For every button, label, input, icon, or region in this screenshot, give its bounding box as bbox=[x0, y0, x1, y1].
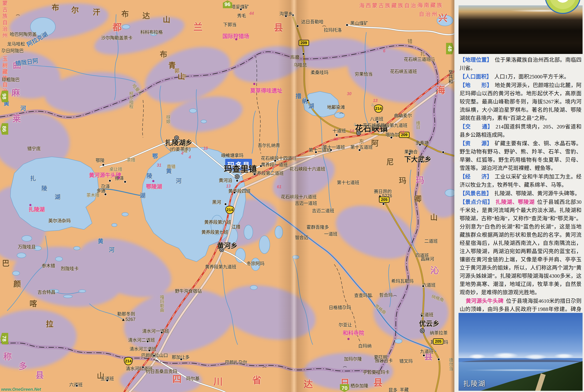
map-symbol-dot bbox=[153, 354, 156, 357]
map-label: 尔 bbox=[182, 72, 187, 80]
map-symbol-ring bbox=[356, 131, 361, 135]
map-symbol-dot bbox=[442, 151, 445, 154]
map-label: 地那染滩 bbox=[327, 104, 345, 110]
map-label: 希玛瓦勒玛 bbox=[391, 278, 413, 284]
page-ref-tab: 78 bbox=[0, 333, 8, 344]
map-label: 九道班 bbox=[420, 348, 433, 354]
info-entry: 【景点介绍】扎陵湖、鄂陵湖位于县城西北部30千米处，是黄河流域两个最大的淡水湖。… bbox=[460, 198, 581, 296]
map-label: 曲纳麦尔 bbox=[394, 112, 412, 118]
map-label: 205 bbox=[433, 338, 443, 344]
map-symbol-ring bbox=[219, 247, 224, 252]
map-label: 205 bbox=[379, 197, 390, 203]
map-label: 鄂 bbox=[152, 152, 158, 160]
map-label: 秀毛 bbox=[237, 12, 246, 18]
map-label: 花石峡段十八道班 bbox=[281, 193, 317, 200]
map-area: 都兰县兴海四川省达日县海西蒙古族藏族自治州海南藏族自治州蒙古族自治州玉树藏族自治… bbox=[0, 0, 457, 392]
map-label: 4 bbox=[189, 155, 191, 160]
map-symbol-dot bbox=[302, 53, 305, 55]
map-label: 61 bbox=[277, 184, 281, 189]
map-label: 烈陇哇卡 bbox=[61, 265, 79, 272]
page-edge-shadow bbox=[450, 0, 457, 392]
map-label: 黑河 bbox=[212, 198, 221, 205]
sidebar: 【地理位置】位于果洛藏族自治州西北部。南临四川省。【人口面积】人口1万，面积25… bbox=[457, 0, 584, 392]
info-entry: 【人口面积】人口1万，面积25000平方千米。 bbox=[460, 72, 581, 81]
map-label: www.OneGreen.Net bbox=[1, 387, 41, 392]
info-entry: 【风景名胜】扎陵湖、鄂陵湖、黄河源牛头碑等。 bbox=[460, 189, 581, 198]
map-label: 加玛尔隆 bbox=[344, 356, 362, 362]
map-label: 库磨 bbox=[290, 54, 299, 60]
map-symbol-dot bbox=[422, 285, 425, 288]
map-label: 拉 bbox=[46, 318, 54, 329]
map-symbol-dot bbox=[335, 134, 338, 136]
map-label: 达 bbox=[142, 10, 150, 20]
map-label: 莫草得哇遗址 bbox=[250, 86, 282, 94]
map-symbol-dot bbox=[102, 164, 105, 166]
map-label: 维日 bbox=[415, 121, 421, 129]
map-label: 一道班 bbox=[324, 230, 337, 237]
map-symbol-pdot bbox=[118, 177, 120, 179]
map-label: 哲合玛 bbox=[379, 292, 393, 298]
map-symbol-pdot bbox=[235, 38, 237, 40]
atlas-page: 都兰县兴海四川省达日县海西蒙古族藏族自治州海南藏族自治州蒙古族自治州玉树藏族自治… bbox=[0, 0, 584, 392]
map-label: 山 bbox=[430, 211, 438, 222]
map-label: 白玛纳 bbox=[358, 342, 371, 349]
map-symbol-pass: ⌒ bbox=[16, 13, 20, 19]
map-label: 栖杂加隆 bbox=[350, 382, 368, 388]
map-symbol-pass: ⌒ bbox=[339, 112, 343, 117]
map-symbol-dot bbox=[161, 331, 163, 334]
map-label: 18 bbox=[333, 137, 338, 142]
map-label: 陵 bbox=[147, 171, 152, 180]
map-symbol-dot bbox=[104, 193, 107, 196]
map-symbol-spring: ♨ bbox=[371, 102, 375, 107]
map-label: 黄养段第九道班 bbox=[205, 263, 236, 270]
info-entry: 【经 济】工业以采矿业和牛羊肉加工为主。经济以牧业为主，牧养牦牛、藏系绵羊、马等… bbox=[460, 172, 581, 189]
map-label: 县 bbox=[35, 368, 44, 380]
map-label: 莱 bbox=[12, 112, 21, 124]
map-label: 尔亚让 bbox=[338, 321, 352, 328]
map-symbol-dot bbox=[274, 160, 277, 162]
map-symbol-pass: ⌒ bbox=[409, 150, 413, 156]
map-label: 达日吾勒哈 bbox=[301, 18, 323, 25]
map-label: 玛 bbox=[399, 174, 406, 185]
map-label: 花石峡五道班 bbox=[390, 68, 417, 74]
map-label: 拉玛托洛 bbox=[324, 26, 342, 33]
map-label: 卿 bbox=[414, 193, 422, 204]
map-label: 川 bbox=[213, 374, 223, 388]
map-label: 花石峡三道班 bbox=[404, 56, 431, 62]
map-symbol-dot bbox=[233, 191, 236, 194]
map-label: 穷果恰当 bbox=[355, 70, 373, 77]
map-label: 布 bbox=[160, 48, 167, 59]
map-label: 称 bbox=[3, 350, 12, 362]
map-label: 措 bbox=[296, 92, 301, 100]
map-label: 湖 bbox=[308, 102, 314, 110]
map-label: 黑山煤矿 bbox=[350, 20, 368, 26]
map-symbol-pass: ⌒ bbox=[398, 115, 402, 120]
map-symbol-pdot bbox=[347, 338, 350, 340]
map-label: 四道班 bbox=[415, 252, 429, 258]
map-symbol-pass: ⌒ bbox=[322, 24, 326, 30]
map-label: 错宁庞 bbox=[27, 145, 41, 152]
map-label: 羊藏 bbox=[400, 386, 409, 392]
map-label: 河 bbox=[20, 104, 26, 112]
map-label: 蒙古族自治州 bbox=[1, 0, 9, 39]
photo-caption: 扎陵湖 bbox=[463, 378, 486, 388]
map-label: 鄂陵湖 bbox=[146, 182, 162, 190]
info-entry: 【资 源】矿藏主要有煤、金、铜、水晶石等。野生动物有野马、野驴、熊、羚羊、石羊、… bbox=[460, 139, 581, 172]
map-symbol-dot bbox=[358, 149, 361, 152]
map-label: 多 bbox=[19, 359, 27, 372]
map-label: ▲5267 bbox=[121, 317, 136, 322]
map-label: 自治州 bbox=[419, 10, 438, 18]
map-label: 下郭当 bbox=[223, 21, 236, 28]
map-symbol-dot bbox=[376, 120, 379, 123]
map-label: 巴颜扎尕尔 bbox=[225, 359, 247, 365]
map-symbol-pass: ⌒ bbox=[263, 366, 266, 371]
map-symbol-dot bbox=[148, 349, 151, 352]
map-label: 30 bbox=[347, 92, 351, 96]
map-label: 黄养段四班 bbox=[228, 188, 251, 194]
map-symbol-dot bbox=[76, 384, 78, 387]
map-symbol-dot bbox=[124, 180, 127, 183]
page-ref-tab: 98 bbox=[0, 91, 8, 102]
map-label: 黄河沿 bbox=[219, 177, 232, 183]
map-label: 黄养段第六班 bbox=[204, 218, 231, 225]
map-label: 野牛沟食宿站 bbox=[175, 288, 202, 294]
